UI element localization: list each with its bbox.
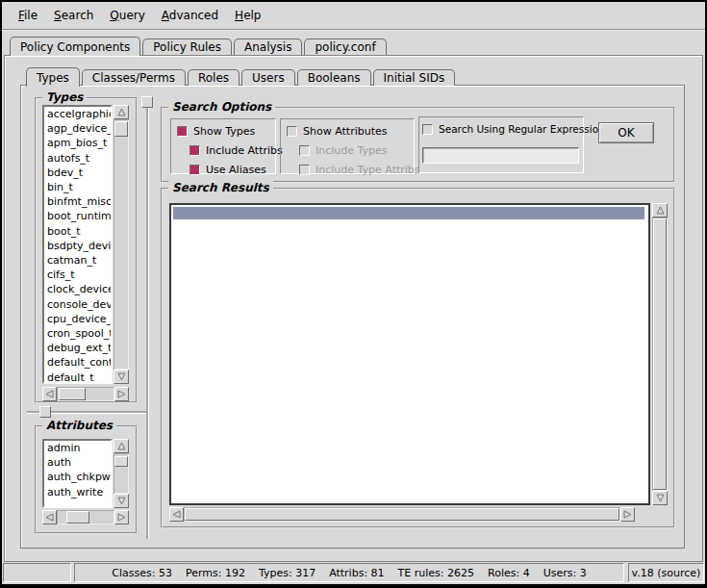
types-hscrollbar[interactable] — [42, 387, 129, 401]
regex-checkbox[interactable]: Search Using Regular Expression — [422, 122, 605, 136]
type-list-item[interactable]: agp_device_t — [44, 121, 111, 136]
type-list-item[interactable]: bdev_t — [44, 166, 111, 180]
attribute-list-item[interactable]: auth_write — [44, 485, 111, 499]
type-list-item[interactable]: boot_runtime_t — [44, 209, 111, 223]
arrow-left-icon — [45, 513, 54, 522]
attribute-list-item[interactable]: admin — [44, 441, 111, 455]
scroll-right-button[interactable] — [114, 510, 129, 524]
include-types-checkbox[interactable]: Include Types — [299, 143, 388, 157]
scroll-down-button[interactable] — [114, 370, 129, 384]
attributes-frame: Attributes adminauthauth_chkpwdauth_writ… — [35, 425, 138, 534]
menu-item[interactable]: Search — [54, 9, 93, 22]
type-list-item[interactable]: boot_t — [44, 224, 111, 239]
type-list-item[interactable]: accelgraphics_e — [44, 107, 111, 121]
status-stats-box: Classes: 53Perms: 192Types: 317Attribs: … — [74, 563, 624, 582]
type-list-item[interactable]: bsdpty_device_ — [44, 239, 111, 253]
scrollbar-trough[interactable] — [57, 510, 114, 524]
scrollbar-trough[interactable] — [652, 217, 668, 491]
regex-input[interactable] — [422, 147, 579, 164]
menu-item[interactable]: Advanced — [162, 9, 218, 22]
type-list-item[interactable]: clock_device_t — [44, 282, 111, 296]
tab-policy-conf[interactable]: policy.conf — [304, 38, 386, 55]
arrow-right-icon — [623, 510, 632, 519]
type-list-item[interactable]: apm_bios_t — [44, 136, 111, 150]
scroll-right-button[interactable] — [114, 387, 129, 401]
scrollbar-trough[interactable] — [57, 387, 114, 401]
checkbox-off-icon[interactable] — [299, 145, 310, 156]
ok-button[interactable]: OK — [598, 122, 654, 143]
types-tab-panel: Types accelgraphics_eagp_device_tapm_bio… — [20, 85, 685, 549]
checkbox-on-icon[interactable] — [189, 165, 200, 175]
tab-policy-components[interactable]: Policy Components — [10, 37, 140, 56]
scrollbar-thumb[interactable] — [114, 121, 128, 137]
types-vscrollbar[interactable] — [114, 105, 129, 384]
regex-group: Search Using Regular Expression — [418, 116, 584, 173]
attributes-hscrollbar[interactable] — [42, 510, 129, 524]
scroll-right-button[interactable] — [620, 507, 635, 522]
attributes-frame-title: Attributes — [42, 419, 116, 432]
scrollbar-thumb[interactable] — [66, 511, 89, 524]
scroll-left-button[interactable] — [42, 510, 57, 524]
type-list-item[interactable]: cifs_t — [44, 268, 111, 282]
include-attribs-checkbox[interactable]: Include Attribs — [189, 143, 283, 157]
checkbox-off-icon[interactable] — [299, 165, 310, 175]
horizontal-sash-handle[interactable] — [39, 406, 51, 418]
scrollbar-thumb[interactable] — [114, 456, 128, 467]
checkbox-on-icon[interactable] — [189, 145, 200, 156]
type-list-item[interactable]: default_context — [44, 355, 111, 370]
type-list-item[interactable]: default_t — [44, 371, 111, 384]
show-types-checkbox[interactable]: Show Types — [177, 124, 255, 138]
tab-roles[interactable]: Roles — [188, 69, 240, 86]
attributes-listbox[interactable]: adminauthauth_chkpwdauth_write — [42, 439, 113, 508]
tab-initial-sids[interactable]: Initial SIDs — [373, 69, 456, 86]
results-hscrollbar[interactable] — [169, 507, 635, 522]
scrollbar-trough[interactable] — [184, 507, 620, 522]
use-aliases-checkbox[interactable]: Use Aliases — [189, 163, 266, 176]
type-list-item[interactable]: binfmt_misc_fs — [44, 194, 111, 209]
scroll-up-button[interactable] — [652, 203, 668, 217]
vertical-sash[interactable] — [146, 96, 148, 539]
menu-item[interactable]: File — [18, 9, 38, 22]
menu-item[interactable]: Query — [110, 9, 144, 22]
tab-analysis[interactable]: Analysis — [234, 38, 302, 55]
scrollbar-thumb[interactable] — [185, 508, 619, 521]
scrollbar-trough[interactable] — [114, 119, 129, 370]
scroll-down-button[interactable] — [652, 491, 668, 505]
types-listbox[interactable]: accelgraphics_eagp_device_tapm_bios_taut… — [42, 105, 113, 384]
checkbox-off-icon[interactable] — [422, 124, 433, 135]
attribute-list-item[interactable]: auth_chkpwd — [44, 470, 111, 484]
include-type-attribs-checkbox[interactable]: Include Type Attribs — [299, 163, 420, 176]
tab-policy-rules[interactable]: Policy Rules — [142, 38, 232, 55]
arrow-right-icon — [117, 390, 126, 398]
type-list-item[interactable]: bin_t — [44, 180, 111, 194]
tab-users[interactable]: Users — [241, 69, 295, 86]
type-list-item[interactable]: catman_t — [44, 253, 111, 268]
type-list-item[interactable]: cpu_device_t — [44, 312, 111, 326]
checkbox-on-icon[interactable] — [177, 126, 188, 137]
type-list-item[interactable]: debug_ext_t — [44, 341, 111, 355]
type-list-item[interactable]: cron_spool_t — [44, 326, 111, 341]
attributes-vscrollbar[interactable] — [114, 439, 129, 508]
scrollbar-trough[interactable] — [114, 453, 129, 494]
type-list-item[interactable]: console_device — [44, 297, 111, 312]
search-results-text[interactable] — [169, 203, 650, 505]
show-attributes-checkbox[interactable]: Show Attributes — [287, 124, 387, 138]
scroll-up-button[interactable] — [114, 439, 129, 453]
vertical-sash-handle[interactable] — [141, 96, 153, 108]
app-background: FileSearchQueryAdvancedHelp Policy Compo… — [2, 2, 705, 584]
scroll-down-button[interactable] — [114, 494, 129, 508]
tab-booleans[interactable]: Booleans — [297, 69, 371, 86]
scrollbar-thumb[interactable] — [59, 388, 86, 400]
checkbox-off-icon[interactable] — [287, 126, 297, 137]
scroll-left-button[interactable] — [42, 387, 57, 401]
scroll-up-button[interactable] — [114, 105, 129, 119]
tab-types[interactable]: Types — [26, 67, 80, 87]
tab-classes-perms[interactable]: Classes/Perms — [82, 69, 186, 86]
attribute-list-item[interactable]: auth — [44, 455, 111, 470]
results-vscrollbar[interactable] — [652, 203, 668, 505]
menu-item[interactable]: Help — [235, 9, 261, 22]
type-list-item[interactable]: autofs_t — [44, 151, 111, 166]
status-stat: Roles: 4 — [488, 567, 530, 579]
scrollbar-thumb[interactable] — [653, 218, 667, 490]
scroll-left-button[interactable] — [169, 507, 184, 522]
